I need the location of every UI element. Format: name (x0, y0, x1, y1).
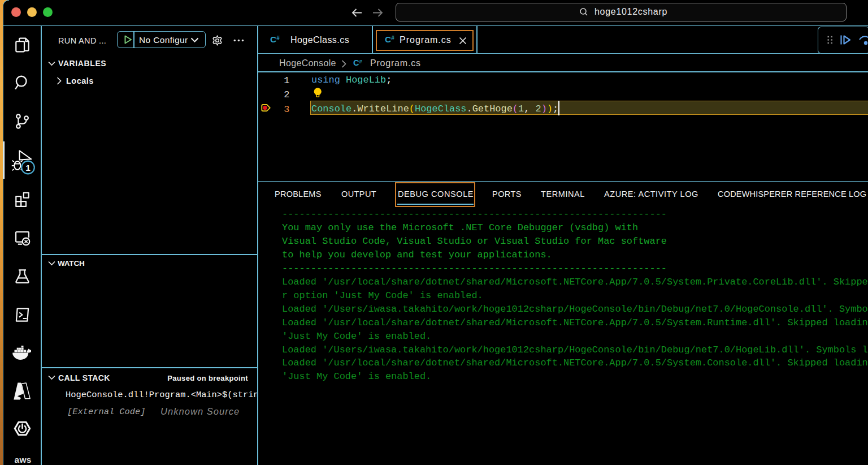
svg-text:1: 1 (25, 163, 31, 173)
